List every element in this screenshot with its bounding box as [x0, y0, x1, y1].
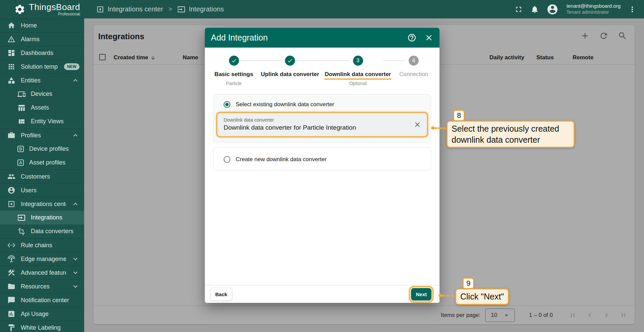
- chevron-up-icon: [71, 131, 79, 139]
- sidebar-item-api-usage[interactable]: Api Usage: [0, 307, 84, 321]
- sidebar-item-edge-management[interactable]: Edge management: [0, 252, 84, 266]
- user-email: tenant@thingsboard.org: [567, 3, 621, 9]
- sidebar-item-label: Device profiles: [29, 145, 69, 152]
- sidebar-item-entities[interactable]: Entities: [0, 73, 84, 87]
- dialog-body: Select existing downlink data converter …: [205, 86, 440, 171]
- sidebar-item-label: Dashboards: [21, 50, 53, 57]
- radio-unselected-icon: [224, 156, 230, 163]
- notifications-bell-icon[interactable]: [530, 5, 539, 14]
- step-number-badge: 4: [409, 56, 419, 66]
- sidebar-item-label: Data converters: [31, 228, 73, 235]
- sidebar-item-home[interactable]: Home: [0, 18, 84, 32]
- sidebar-item-dashboards[interactable]: Dashboards: [0, 46, 84, 60]
- sidebar-item-label: White Labeling: [21, 324, 61, 331]
- chevron-up-icon: [71, 76, 79, 84]
- next-button[interactable]: Next: [411, 288, 431, 301]
- sidebar-item-asset-profiles[interactable]: AAsset profiles: [0, 156, 84, 170]
- entity-views-icon: [17, 118, 25, 126]
- top-app-bar: ThingsBoard Professional Integrations ce…: [0, 0, 644, 18]
- fullscreen-icon[interactable]: [514, 5, 523, 14]
- sidebar-item-integrations[interactable]: Integrations: [0, 211, 84, 224]
- step-check-icon: [285, 56, 295, 66]
- stepper-step-connection[interactable]: 4Connection: [394, 56, 433, 78]
- sidebar-item-alarms[interactable]: Alarms: [0, 32, 84, 46]
- letter:A-icon: A: [17, 159, 24, 166]
- step-number-badge: 3: [353, 56, 363, 66]
- sidebar-item-label: Integrations center: [21, 201, 66, 208]
- sidebar-item-label: Users: [21, 187, 37, 194]
- sidebar-item-label: Asset profiles: [29, 159, 65, 166]
- annotation-badge-9: 9: [463, 278, 474, 289]
- annotation-callout-8: Select the previously created downlink d…: [447, 121, 575, 148]
- advanced-features-icon: [7, 269, 15, 277]
- thingsboard-logo[interactable]: ThingsBoard Professional: [0, 3, 84, 16]
- close-icon[interactable]: [424, 33, 433, 42]
- sidebar-item-label: Devices: [31, 90, 52, 97]
- rule-chains-icon: [7, 241, 15, 249]
- sidebar-item-label: Rule chains: [21, 242, 52, 249]
- create-new-converter-radio[interactable]: Create new downlink data converter: [218, 154, 427, 163]
- sidebar-item-label: Advanced features: [21, 269, 66, 276]
- assets-icon: [17, 104, 25, 112]
- sidebar-item-integrations-center[interactable]: Integrations center: [0, 197, 84, 211]
- stepper-step-uplink-data-converter[interactable]: Uplink data converter: [258, 56, 322, 78]
- sidebar-item-customers[interactable]: Customers: [0, 170, 84, 183]
- breadcrumb-label: Integrations center: [108, 5, 163, 13]
- sidebar-item-label: Edge management: [21, 256, 66, 263]
- dashboards-icon: [7, 49, 15, 57]
- breadcrumb: Integrations center>Integrations: [96, 5, 224, 13]
- chevron-down-icon: [71, 269, 79, 277]
- annotation-callout-9: Click "Next": [455, 288, 509, 305]
- home-icon: [7, 21, 15, 29]
- sidebar-item-data-converters[interactable]: Data converters: [0, 224, 84, 238]
- sidebar-item-assets[interactable]: Assets: [0, 101, 84, 115]
- integrations-icon: [17, 214, 25, 222]
- white-labeling-icon: [7, 324, 15, 332]
- radio-new-label: Create new downlink data converter: [236, 156, 327, 163]
- breadcrumb-integrations-center[interactable]: Integrations center: [96, 5, 163, 13]
- help-icon[interactable]: [407, 33, 416, 42]
- sidebar-item-label: Notification center: [21, 297, 69, 304]
- step-check-icon: [229, 56, 239, 66]
- resources-icon: [7, 282, 15, 290]
- logo-title: ThingsBoard: [29, 3, 80, 11]
- sidebar-item-entity-views[interactable]: Entity Views: [0, 115, 84, 128]
- step-sublabel: Optional: [322, 81, 394, 86]
- sidebar-item-solution-templates[interactable]: Solution templatesNEW: [0, 60, 84, 73]
- clear-field-icon[interactable]: [413, 121, 421, 129]
- sidebar-item-advanced-features[interactable]: Advanced features: [0, 266, 84, 279]
- profiles-icon: [7, 131, 15, 139]
- step-label: Uplink data converter: [261, 71, 319, 78]
- step-label: Basic settings: [215, 71, 253, 78]
- sidebar-item-users[interactable]: Users: [0, 183, 84, 197]
- radio-selected-icon: [224, 101, 230, 108]
- add-integration-dialog: Add Integration Basic settingsParticleUp…: [205, 28, 440, 303]
- sidebar-item-notification-center[interactable]: Notification center: [0, 293, 84, 307]
- more-vert-icon[interactable]: [628, 5, 637, 14]
- select-existing-converter-radio[interactable]: Select existing downlink data converter: [218, 99, 427, 109]
- sidebar-item-white-labeling[interactable]: White Labeling: [0, 321, 84, 332]
- sidebar-item-profiles[interactable]: Profiles: [0, 128, 84, 142]
- step-label: Connection: [399, 71, 428, 78]
- sidebar-item-device-profiles[interactable]: DDevice profiles: [0, 142, 84, 156]
- breadcrumb-label: Integrations: [189, 5, 224, 13]
- breadcrumb-integrations[interactable]: Integrations: [177, 5, 224, 13]
- dialog-footer: Back Next: [205, 285, 440, 303]
- letter:D-icon: D: [17, 146, 24, 152]
- annotation-connector-8: [433, 127, 447, 129]
- sidebar-item-resources[interactable]: Resources: [0, 279, 84, 293]
- sidebar-item-label: Assets: [31, 104, 49, 111]
- sidebar-item-devices[interactable]: Devices: [0, 87, 84, 101]
- field-value: Downlink data converter for Particle Int…: [224, 124, 410, 131]
- sidebar-item-rule-chains[interactable]: Rule chains: [0, 238, 84, 252]
- avatar[interactable]: [546, 3, 559, 15]
- users-icon: [7, 186, 15, 194]
- step-sublabel: Particle: [210, 81, 258, 86]
- solution-templates-icon: [7, 63, 15, 71]
- edge-management-icon: [7, 255, 15, 263]
- chevron-down-icon: [71, 255, 79, 263]
- annotation-badge-8: 8: [453, 110, 465, 121]
- downlink-converter-field[interactable]: Downlink data converter Downlink data co…: [218, 114, 426, 135]
- user-info: tenant@thingsboard.org Tenant administra…: [567, 3, 621, 15]
- back-button[interactable]: Back: [210, 288, 232, 301]
